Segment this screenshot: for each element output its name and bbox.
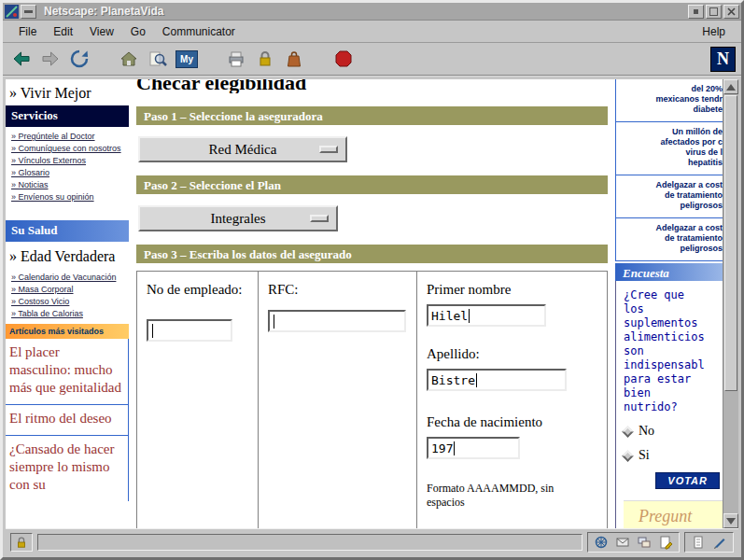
paso1-header: Paso 1 – Seleccione la aseguradora: [136, 106, 608, 125]
article-link-placer[interactable]: El placer masculino: mucho más que genit…: [6, 339, 128, 405]
fecha-nacimiento-label: Fecha de nacimiento: [427, 413, 597, 431]
paso2-header: Paso 2 – Seleccione el Plan: [136, 175, 608, 194]
print-button[interactable]: [223, 46, 249, 72]
rfc-input[interactable]: [268, 310, 406, 332]
menubar: File Edit View Go Communicator Help: [3, 21, 741, 43]
form-col-rfc: RFC:: [259, 272, 417, 528]
poll-option-no[interactable]: No: [624, 424, 723, 439]
asegurado-form: No de empleado: RFC:: [136, 271, 608, 528]
home-button[interactable]: [116, 46, 142, 72]
plan-dropdown[interactable]: Integrales: [138, 205, 338, 231]
footer-script-text: Pregunt: [639, 507, 692, 525]
document-button[interactable]: [689, 534, 708, 551]
left-sidebar: » Vivir Mejor Servicios » Pregúntele al …: [6, 79, 129, 501]
news-headline[interactable]: Un millón de afectados por c virus de l …: [616, 122, 723, 175]
no-empleado-input[interactable]: [147, 319, 232, 342]
minimize-button[interactable]: [688, 5, 704, 19]
window-menu-button[interactable]: [21, 5, 36, 19]
sidebar-link-comuniquese[interactable]: » Comuníquese con nosotros: [11, 143, 127, 155]
votar-button[interactable]: VOTAR: [655, 472, 720, 489]
app-icon: [5, 5, 19, 19]
article-link-cansado[interactable]: ¿Cansado de hacer siempre lo mismo con s…: [6, 436, 128, 501]
sidebar-link-costoso-vicio[interactable]: » Costoso Vicio: [11, 296, 127, 308]
stop-button[interactable]: [330, 46, 357, 72]
sidebar-item-vivir-mejor[interactable]: » Vivir Mejor: [6, 79, 129, 105]
component-bar: [587, 532, 680, 553]
menu-help[interactable]: Help: [694, 21, 734, 42]
aseguradora-value: Red Médica: [209, 142, 277, 158]
article-link-ritmo[interactable]: El ritmo del deseo: [6, 405, 128, 436]
content-area: » Vivir Mejor Servicios » Pregúntele al …: [6, 79, 738, 528]
navigator-button[interactable]: [592, 534, 611, 551]
apellido-value: Bistre: [431, 373, 475, 387]
scroll-up-button[interactable]: [723, 79, 738, 94]
page-title: Checar elegibilidad: [136, 79, 615, 93]
no-empleado-label: No de empleado:: [147, 281, 248, 299]
security-button[interactable]: [252, 46, 278, 72]
su-salud-links: » Calendario de Vacunación » Masa Corpor…: [6, 272, 129, 320]
navigation-toolbar: My N: [3, 43, 741, 77]
mail-button[interactable]: [613, 534, 632, 551]
minimize-icon: [694, 9, 698, 14]
sidebar-link-vinculos[interactable]: » Vínculos Externos: [11, 155, 127, 167]
scroll-down-button[interactable]: [723, 513, 738, 528]
reload-icon: [69, 49, 90, 69]
sidebar-link-masa-corporal[interactable]: » Masa Corporal: [11, 284, 127, 296]
su-salud-header: Su Salud: [6, 220, 129, 242]
aseguradora-dropdown[interactable]: Red Médica: [138, 136, 347, 162]
text-cursor: [469, 309, 470, 323]
reload-button[interactable]: [66, 46, 92, 72]
servicios-links: » Pregúntele al Doctor » Comuníquese con…: [6, 131, 129, 203]
primer-nombre-input[interactable]: Hilel: [427, 304, 546, 327]
text-cursor: [152, 324, 153, 338]
shop-button[interactable]: [281, 46, 307, 72]
poll-option-si[interactable]: Si: [624, 448, 723, 463]
menu-file[interactable]: File: [10, 21, 45, 42]
titlebar[interactable]: Netscape: PlanetaVida: [3, 3, 741, 21]
news-headline[interactable]: Adelgazar a cost de tratamiento peligros…: [616, 218, 723, 261]
menu-view[interactable]: View: [81, 21, 122, 42]
signature-button[interactable]: [710, 534, 729, 551]
sidebar-link-envienos[interactable]: » Envíenos su opinión: [11, 191, 127, 203]
menu-edit[interactable]: Edit: [45, 21, 81, 42]
home-icon: [119, 49, 139, 69]
formato-note: Formato AAAAMMDD, sin espacios: [427, 482, 590, 510]
netscape-logo[interactable]: N: [710, 47, 736, 72]
maximize-button[interactable]: [706, 5, 722, 19]
fecha-nacimiento-input[interactable]: 197: [427, 437, 520, 459]
composer-button[interactable]: [656, 534, 675, 551]
security-lock-icon: [15, 536, 28, 549]
discussions-button[interactable]: [635, 534, 653, 551]
my-netscape-button[interactable]: My: [174, 46, 200, 72]
sidebar-link-glosario[interactable]: » Glosario: [11, 167, 127, 179]
vertical-scrollbar[interactable]: [723, 79, 738, 528]
sidebar-item-edad-verdadera[interactable]: » Edad Verdadera: [6, 242, 129, 268]
apellido-input[interactable]: Bistre: [427, 369, 567, 391]
document-icon: [691, 535, 706, 550]
sidebar-link-preguntele[interactable]: » Pregúntele al Doctor: [11, 131, 127, 143]
search-button[interactable]: [145, 46, 171, 72]
news-headline[interactable]: del 20% mexicanos tendr diabete: [616, 79, 723, 122]
netscape-logo-letter: N: [717, 49, 729, 69]
sidebar-link-noticias[interactable]: » Noticias: [11, 179, 127, 191]
scrollbar-thumb[interactable]: [724, 95, 737, 391]
paso3-header: Paso 3 – Escriba los datos del asegurado: [136, 245, 608, 263]
radio-diamond-icon: [622, 426, 634, 438]
discussions-icon: [637, 535, 652, 550]
mail-icon: [615, 535, 630, 550]
back-button[interactable]: [8, 46, 35, 72]
close-button[interactable]: [723, 5, 739, 19]
shop-icon: [284, 49, 304, 69]
news-headline[interactable]: Adelgazar a cost de tratamiento peligros…: [616, 175, 723, 218]
navigator-icon: [594, 535, 609, 550]
forward-button[interactable]: [37, 46, 63, 72]
poll-question: ¿Cree que los suplementos alimenticios s…: [624, 288, 723, 414]
sidebar-link-calendario[interactable]: » Calendario de Vacunación: [11, 272, 127, 284]
window-menu-icon: [24, 10, 33, 13]
menu-communicator[interactable]: Communicator: [154, 21, 244, 42]
primer-nombre-value: Hilel: [431, 309, 468, 323]
sidebar-link-tabla-calorias[interactable]: » Tabla de Calorias: [11, 308, 127, 320]
menu-go[interactable]: Go: [122, 21, 154, 42]
composer-icon: [658, 535, 673, 550]
security-status-button[interactable]: [10, 533, 33, 552]
